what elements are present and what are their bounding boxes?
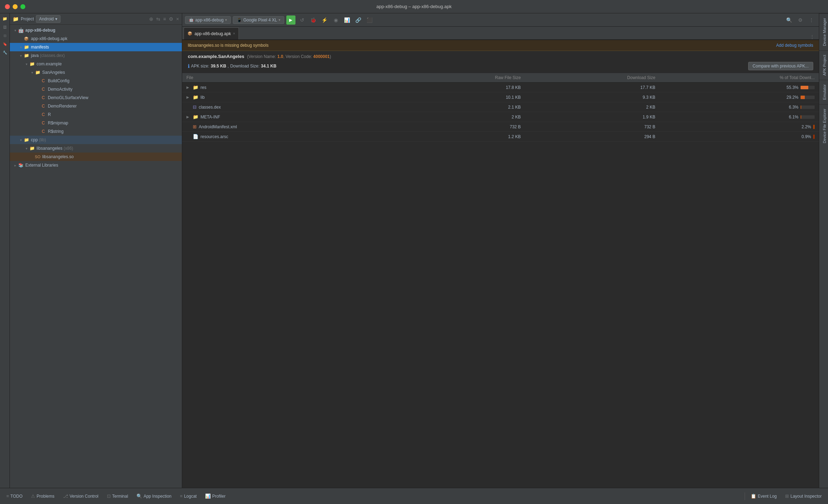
version-control-tool[interactable]: ⎇ Version Control xyxy=(59,491,102,502)
tree-item-demoactivity[interactable]: C DemoActivity xyxy=(10,85,182,93)
tree-item-external-libraries[interactable]: 📚 External Libraries xyxy=(10,161,182,169)
tab-close-button[interactable]: × xyxy=(233,32,235,35)
download-size: 732 B xyxy=(525,122,660,132)
tree-item-manifests[interactable]: 📁 manifests xyxy=(10,43,182,51)
attach-debugger-button[interactable]: 🔗 xyxy=(354,15,363,25)
file-table-container[interactable]: File Raw File Size Download Size % of To… xyxy=(182,73,819,504)
tree-item-suffix: (classes.dex) xyxy=(39,53,65,58)
raw-size: 732 B xyxy=(399,122,525,132)
terminal-tool[interactable]: ⊡ Terminal xyxy=(103,491,132,502)
table-row[interactable]: ▶📁res17.8 KB17.7 KB55.3% xyxy=(182,83,819,92)
file-name: res xyxy=(200,85,206,90)
tree-item-com-example[interactable]: 📁 com.example xyxy=(10,60,182,68)
tree-item-apk[interactable]: 📦 app-x86-debug.apk xyxy=(10,34,182,43)
project-tree[interactable]: 🤖 app-x86-debug 📦 app-x86-debug.apk 📁 ma… xyxy=(10,25,182,504)
bookmarks-toggle[interactable]: 🔖 xyxy=(1,40,9,48)
view-mode-selector[interactable]: Android ▾ xyxy=(36,15,60,23)
more-options-button[interactable]: ⋮ xyxy=(807,15,816,25)
tree-item-suffix: (lib) xyxy=(38,137,46,142)
device-manager-panel[interactable]: Device Manager xyxy=(819,13,828,50)
search-button[interactable]: 🔍 xyxy=(784,15,794,25)
stop-button[interactable]: ⬛ xyxy=(365,15,374,25)
raw-size: 2.1 KB xyxy=(399,102,525,112)
tree-item-label: External Libraries xyxy=(25,163,58,168)
column-percent: % of Total Downl... xyxy=(660,73,819,83)
device-file-explorer-panel[interactable]: Device File Explorer xyxy=(819,104,828,147)
emulator-panel[interactable]: Emulator xyxy=(819,80,828,104)
file-type-icon: 📄 xyxy=(193,134,198,139)
expand-arrow[interactable]: ▶ xyxy=(186,85,191,89)
run-button[interactable]: ▶ xyxy=(286,15,295,25)
table-row[interactable]: 📄resources.arsc1.2 KB294 B0.9% xyxy=(182,132,819,142)
event-log-tool[interactable]: 📋 Event Log xyxy=(747,491,780,502)
tree-item-r-mipmap[interactable]: C R$mipmap xyxy=(10,119,182,127)
folder-icon: 📁 xyxy=(23,137,30,143)
close-button[interactable] xyxy=(5,4,10,9)
tree-item-libsanangeles-so[interactable]: SO libsanangeles.so xyxy=(10,153,182,161)
file-name: META-INF xyxy=(200,115,220,119)
table-row[interactable]: ▶📁META-INF2 KB1.9 KB6.1% xyxy=(182,112,819,122)
tree-item-cpp[interactable]: 📁 cpp (lib) xyxy=(10,136,182,144)
file-table: File Raw File Size Download Size % of To… xyxy=(182,73,819,142)
add-debug-symbols-link[interactable]: Add debug symbols xyxy=(776,43,813,48)
minimize-button[interactable] xyxy=(13,4,18,9)
tree-item-label: BuildConfig xyxy=(48,78,69,83)
todo-tool[interactable]: ≡ TODO xyxy=(3,491,26,502)
tree-item-sanangeles[interactable]: 📁 SanAngeles xyxy=(10,68,182,77)
small-bar xyxy=(813,125,815,129)
collapse-all-icon[interactable]: ≡ xyxy=(163,16,166,22)
apk-tab[interactable]: 📦 app-x86-debug.apk × xyxy=(184,27,239,39)
reload-button[interactable]: ↺ xyxy=(298,15,307,25)
structure-toggle[interactable]: ⊟ xyxy=(1,32,9,39)
apk-project-panel[interactable]: APK Project xyxy=(819,50,828,80)
tree-item-demoglsurfaceview[interactable]: C DemoGLSurfaceView xyxy=(10,93,182,102)
tree-item-java[interactable]: 📁 java (classes.dex) xyxy=(10,51,182,60)
debug-button[interactable]: 🐞 xyxy=(309,15,318,25)
tree-item-r-string[interactable]: C R$string xyxy=(10,127,182,136)
java-class-icon: C xyxy=(40,129,46,134)
expand-arrow[interactable]: ▶ xyxy=(186,95,191,99)
table-row[interactable]: ⊞AndroidManifest.xml732 B732 B2.2% xyxy=(182,122,819,132)
close-icon[interactable]: × xyxy=(176,16,179,22)
app-config-selector[interactable]: 🤖 app-x86-debug ▾ xyxy=(185,16,231,24)
tab-more-button[interactable]: ⋮ xyxy=(807,34,817,39)
window-title: app-x86-debug – app-x86-debug.apk xyxy=(376,4,452,9)
table-row[interactable]: ▶📁lib10.1 KB9.3 KB29.2% xyxy=(182,92,819,102)
tree-item-demorenderer[interactable]: C DemoRenderer xyxy=(10,102,182,110)
package-icon: 📁 xyxy=(29,61,35,67)
package-name: com.example.SanAngeles xyxy=(188,54,244,59)
build-variants-toggle[interactable]: 🔧 xyxy=(1,49,9,56)
tree-item-buildconfig[interactable]: C BuildConfig xyxy=(10,77,182,85)
project-view-toggle[interactable]: 📁 xyxy=(1,15,9,22)
gear-icon[interactable]: ⚙ xyxy=(169,16,173,22)
add-icon[interactable]: ⊕ xyxy=(149,16,153,22)
java-class-icon: C xyxy=(40,95,46,101)
profiler-tool[interactable]: 📊 Profiler xyxy=(202,491,229,502)
logcat-tool[interactable]: ≡ Logcat xyxy=(177,491,200,502)
resource-manager-toggle[interactable]: 🖼 xyxy=(1,23,9,31)
file-name-cell: ⊟classes.dex xyxy=(182,102,399,112)
settings-button[interactable]: ⚙ xyxy=(796,15,805,25)
tree-item-label: SanAngeles xyxy=(42,70,65,75)
titlebar: app-x86-debug – app-x86-debug.apk xyxy=(0,0,828,13)
profiler-button[interactable]: 📊 xyxy=(343,15,352,25)
table-row[interactable]: ⊟classes.dex2.1 KB2 KB6.3% xyxy=(182,102,819,112)
download-size: 2 KB xyxy=(525,102,660,112)
tree-item-label: com.example xyxy=(37,62,62,66)
file-name: resources.arsc xyxy=(200,134,228,139)
problems-tool[interactable]: ⚠ Problems xyxy=(27,491,58,502)
app-inspection-tool[interactable]: 🔍 App Inspection xyxy=(133,491,175,502)
tree-arrow xyxy=(13,28,18,32)
tree-item-app-root[interactable]: 🤖 app-x86-debug xyxy=(10,26,182,34)
coverage-button[interactable]: ◉ xyxy=(331,15,340,25)
expand-arrow[interactable]: ▶ xyxy=(186,115,191,119)
tree-item-r[interactable]: C R xyxy=(10,110,182,119)
compare-apk-button[interactable]: Compare with previous APK... xyxy=(748,62,813,70)
scroll-to-source-icon[interactable]: ⇆ xyxy=(156,16,160,22)
maximize-button[interactable] xyxy=(20,4,25,9)
device-selector[interactable]: 📱 Google Pixel 4 XL ▾ xyxy=(233,16,284,24)
apply-changes-button[interactable]: ⚡ xyxy=(320,15,329,25)
tree-item-label: libsanangeles xyxy=(37,146,62,151)
layout-inspector-tool[interactable]: ⊞ Layout Inspector xyxy=(782,491,825,502)
tree-item-libsanangeles[interactable]: 📁 libsanangeles (x86) xyxy=(10,144,182,153)
